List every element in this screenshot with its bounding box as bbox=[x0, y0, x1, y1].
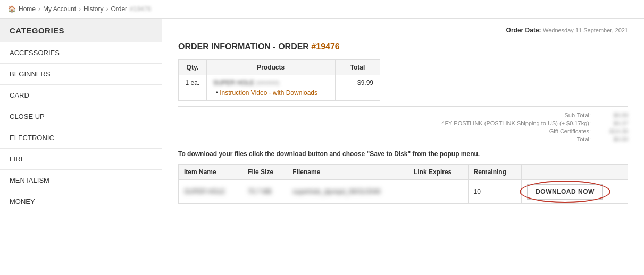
sidebar-item-mentalism[interactable]: MENTALISM bbox=[0, 170, 162, 191]
order-title-num: #19476 bbox=[311, 42, 339, 51]
cell-product: SUPER HOLE (XXXXX) • Instruction Video -… bbox=[206, 75, 335, 101]
totals-total: Total: $0.00 bbox=[178, 136, 628, 142]
cell-price: $9.99 bbox=[335, 75, 380, 101]
sidebar-item-money[interactable]: MONEY bbox=[0, 191, 162, 212]
subtotal-value: $9.99 bbox=[601, 112, 628, 118]
dl-action-cell: DOWNLOAD NOW bbox=[522, 180, 628, 204]
sidebar-item-fire[interactable]: FIRE bbox=[0, 149, 162, 170]
order-date-value: Wednesday 11 September, 2021 bbox=[543, 27, 628, 33]
gift-label: Gift Certificates: bbox=[431, 128, 591, 134]
col-filename: Filename bbox=[287, 165, 408, 180]
main-layout: CATEGORIES ACCESSORIES BEGINNERS CARD CL… bbox=[0, 19, 644, 268]
col-file-size: File Size bbox=[242, 165, 287, 180]
sidebar-item-accessories[interactable]: ACCESSORIES bbox=[0, 42, 162, 64]
breadcrumb-sep3: › bbox=[106, 5, 108, 13]
dl-item-name: SUPER HOLE bbox=[179, 180, 242, 204]
product-download-link[interactable]: Instruction Video - with Downloads bbox=[220, 89, 317, 97]
col-item-name: Item Name bbox=[179, 165, 242, 180]
product-name-blurred: SUPER HOLE bbox=[213, 79, 254, 87]
shipping-label: 4FY POSTLINK (POSTLINK Shipping to US) (… bbox=[431, 120, 591, 126]
breadcrumb-sep1: › bbox=[38, 5, 40, 13]
product-sub-blurred: (XXXXX) bbox=[256, 80, 279, 86]
order-date: Order Date: Wednesday 11 September, 2021 bbox=[178, 27, 628, 34]
totals-subtotal: Sub-Total: $9.99 bbox=[178, 112, 628, 118]
dl-file-size: 75.7 MB bbox=[242, 180, 287, 204]
breadcrumb-myaccount[interactable]: My Account bbox=[43, 5, 76, 13]
breadcrumb-order-num: #19476 bbox=[130, 5, 151, 13]
totals-section: Sub-Total: $9.99 4FY POSTLINK (POSTLINK … bbox=[178, 106, 628, 142]
breadcrumb-order-label: Order bbox=[111, 5, 127, 13]
table-row: 1 ea. SUPER HOLE (XXXXX) • Instruction V… bbox=[179, 75, 380, 101]
cell-qty: 1 ea. bbox=[179, 75, 207, 101]
shipping-value: $4.37 bbox=[601, 120, 628, 126]
sidebar-header: CATEGORIES bbox=[0, 19, 162, 42]
order-date-label: Order Date: bbox=[506, 27, 541, 34]
order-title-prefix: ORDER INFORMATION - ORDER bbox=[178, 42, 311, 51]
col-products: Products bbox=[206, 60, 335, 75]
download-table: Item Name File Size Filename Link Expire… bbox=[178, 164, 628, 204]
dl-filename: superhole_djumpd_08/31/2040 bbox=[287, 180, 408, 204]
dl-remaining: 10 bbox=[468, 180, 522, 204]
sidebar-item-card[interactable]: CARD bbox=[0, 85, 162, 106]
home-icon: 🏠 bbox=[8, 5, 16, 13]
order-table: Qty. Products Total 1 ea. SUPER HOLE (XX… bbox=[178, 59, 380, 101]
total-value: $0.00 bbox=[601, 136, 628, 142]
download-btn-wrap: DOWNLOAD NOW bbox=[527, 184, 603, 200]
col-remaining: Remaining bbox=[468, 165, 522, 180]
totals-shipping: 4FY POSTLINK (POSTLINK Shipping to US) (… bbox=[178, 120, 628, 126]
download-instruction-text: To download your files click the downloa… bbox=[178, 150, 480, 158]
sidebar: CATEGORIES ACCESSORIES BEGINNERS CARD CL… bbox=[0, 19, 162, 268]
content-area: Order Date: Wednesday 11 September, 2021… bbox=[162, 19, 644, 268]
col-link-expires: Link Expires bbox=[408, 165, 468, 180]
col-action bbox=[522, 165, 628, 180]
sidebar-item-closeup[interactable]: CLOSE UP bbox=[0, 106, 162, 127]
download-now-button[interactable]: DOWNLOAD NOW bbox=[527, 184, 603, 200]
sidebar-item-beginners[interactable]: BEGINNERS bbox=[0, 64, 162, 85]
col-qty: Qty. bbox=[179, 60, 207, 75]
totals-gift: Gift Certificates: -$14.36 bbox=[178, 128, 628, 134]
dl-expires bbox=[408, 180, 468, 204]
total-label: Total: bbox=[431, 136, 591, 142]
breadcrumb-history[interactable]: History bbox=[83, 5, 103, 13]
order-title: ORDER INFORMATION - ORDER #19476 bbox=[178, 42, 628, 51]
download-row: SUPER HOLE 75.7 MB superhole_djumpd_08/3… bbox=[179, 180, 628, 204]
breadcrumb-sep2: › bbox=[79, 5, 81, 13]
gift-value: -$14.36 bbox=[601, 128, 628, 134]
sidebar-item-electronic[interactable]: ELECTRONIC bbox=[0, 127, 162, 149]
col-total: Total bbox=[335, 60, 380, 75]
breadcrumb: 🏠 Home › My Account › History › Order #1… bbox=[0, 0, 644, 19]
breadcrumb-home[interactable]: Home bbox=[19, 5, 36, 13]
download-instruction: To download your files click the downloa… bbox=[178, 150, 628, 158]
bullet-icon: • bbox=[216, 89, 218, 97]
subtotal-label: Sub-Total: bbox=[431, 112, 591, 118]
